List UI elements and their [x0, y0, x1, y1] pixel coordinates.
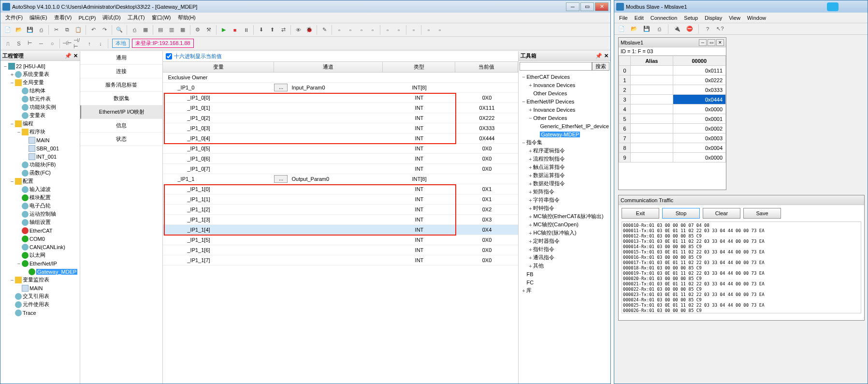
- tree-node[interactable]: 运动控制轴: [1, 210, 79, 218]
- ct-exit-button[interactable]: Exit: [622, 208, 659, 219]
- config-tab[interactable]: 通用: [80, 51, 163, 65]
- search-icon[interactable]: 🔍: [114, 25, 125, 35]
- redo-icon[interactable]: ↷: [99, 25, 110, 35]
- toolbox-node[interactable]: FB: [520, 270, 609, 278]
- undo-icon[interactable]: ↶: [88, 25, 99, 35]
- config-tab[interactable]: 信息: [80, 119, 163, 133]
- saveall-icon[interactable]: ⎙: [36, 25, 46, 35]
- cascade-icon[interactable]: ▤: [155, 25, 166, 35]
- mb-new-icon[interactable]: 📄: [616, 24, 627, 34]
- tree-node[interactable]: Gateway_MDEP: [1, 267, 79, 276]
- toolbox-node[interactable]: +时钟指令: [520, 204, 609, 212]
- preview-icon[interactable]: ▦: [140, 25, 151, 35]
- toolbox-node[interactable]: −Other Devices: [520, 114, 609, 122]
- register-row[interactable]: 20x0333: [619, 85, 726, 95]
- compare-icon[interactable]: ⇄: [278, 25, 289, 35]
- tree-node[interactable]: SBR_001: [1, 144, 79, 152]
- pause-icon[interactable]: ⏸: [241, 25, 251, 35]
- monitor-icon[interactable]: 👁: [293, 25, 304, 35]
- table-row[interactable]: _IP1_1[4]INT0X4: [163, 225, 518, 235]
- t7-icon[interactable]: ▫: [408, 25, 419, 35]
- toolbox-node[interactable]: +MC轴控(CanOpen): [520, 221, 609, 229]
- run-icon[interactable]: ▶: [218, 25, 229, 35]
- config-tab[interactable]: 连接: [80, 65, 163, 78]
- t8-icon[interactable]: ▫: [423, 25, 434, 35]
- toolbox-node[interactable]: FC: [520, 278, 609, 286]
- tree-node[interactable]: 变量表: [1, 111, 79, 119]
- table-row[interactable]: _IP1_0[0]INT0X0: [163, 93, 518, 103]
- t1-icon[interactable]: ▫: [334, 25, 345, 35]
- toolbox-node[interactable]: Generic_EtherNet_IP_device: [520, 122, 609, 130]
- table-row[interactable]: _IP1_0[3]INT0X333: [163, 123, 518, 133]
- toolbox-tree[interactable]: −EtherCAT Devices+Inovance DevicesOther …: [519, 72, 610, 384]
- open-icon[interactable]: 📂: [14, 25, 24, 35]
- table-row[interactable]: _IP1_0[2]INT0X222: [163, 113, 518, 123]
- branch-icon[interactable]: ⊢: [25, 38, 35, 49]
- config-tab[interactable]: 状态: [80, 133, 163, 146]
- upload-icon[interactable]: ⬆: [267, 25, 277, 35]
- minimize-button[interactable]: ─: [566, 2, 579, 11]
- mb-save-icon[interactable]: 💾: [641, 24, 652, 34]
- register-row[interactable]: 30x0444: [619, 95, 726, 104]
- edit-icon[interactable]: ✎: [319, 25, 330, 35]
- tree-node[interactable]: −变量监控表: [1, 276, 79, 284]
- table-row[interactable]: _IP1_1[5]INT0X0: [163, 235, 518, 245]
- toolbox-node[interactable]: +通讯指令: [520, 253, 609, 262]
- menu-item[interactable]: View: [726, 14, 743, 22]
- table-row[interactable]: _IP1_0[7]INT0X0: [163, 164, 518, 174]
- toolbox-node[interactable]: +库: [520, 286, 609, 295]
- table-row[interactable]: _IP1_1[6]INT0X0: [163, 245, 518, 255]
- toolbox-node[interactable]: +矩阵指令: [520, 188, 609, 196]
- table-row[interactable]: _IP1_1[2]INT0X2: [163, 205, 518, 215]
- toolbox-search-input[interactable]: [520, 62, 592, 71]
- menu-item[interactable]: Edit: [632, 14, 647, 22]
- menu-item[interactable]: File: [616, 14, 631, 22]
- cut-icon[interactable]: ✂: [51, 25, 61, 35]
- rising-icon[interactable]: ↑: [84, 38, 95, 49]
- register-row[interactable]: 10x0222: [619, 75, 726, 85]
- register-row[interactable]: 80x0004: [619, 143, 726, 153]
- toolbox-node[interactable]: +MC轴控(EtherCAT&脉冲输出): [520, 212, 609, 221]
- tree-node[interactable]: COM0: [1, 235, 79, 243]
- menu-item[interactable]: PLC(P): [75, 14, 99, 22]
- register-row[interactable]: 00x0111: [619, 66, 726, 75]
- hex-checkbox[interactable]: [166, 53, 172, 59]
- mb-doc-max[interactable]: ▭: [708, 39, 715, 46]
- menu-item[interactable]: 查看(V): [51, 13, 75, 22]
- table-row[interactable]: _IP1_1[1]INT0X1: [163, 194, 518, 205]
- menu-item[interactable]: 调试(D): [100, 13, 123, 22]
- t4-icon[interactable]: ▫: [367, 25, 378, 35]
- tree-node[interactable]: −22 [H5U-A8]: [1, 62, 79, 70]
- tree-node[interactable]: 电子凸轮: [1, 202, 79, 210]
- toolbox-node[interactable]: Other Devices: [520, 89, 609, 97]
- tree-node[interactable]: 软元件表: [1, 95, 79, 103]
- table-row[interactable]: _IP1_0[1]INT0X111: [163, 103, 518, 113]
- table-row[interactable]: _IP1_1[3]INT0X3: [163, 215, 518, 225]
- menu-item[interactable]: 文件(F): [2, 13, 26, 22]
- toolbox-node[interactable]: +其他: [520, 262, 609, 270]
- toolbox-node[interactable]: +流程控制指令: [520, 155, 609, 163]
- cloud-icon[interactable]: [827, 2, 839, 11]
- tree-node[interactable]: 以太网: [1, 251, 79, 259]
- register-row[interactable]: 70x0003: [619, 133, 726, 143]
- mb-doc-close[interactable]: ✕: [716, 39, 724, 46]
- mb-help-icon[interactable]: ?: [702, 24, 713, 34]
- close-panel-icon[interactable]: ✕: [73, 53, 78, 59]
- tree-node[interactable]: 轴组设置: [1, 218, 79, 226]
- table-row[interactable]: Exclusive Owner: [163, 73, 518, 83]
- tree-node[interactable]: −编程: [1, 119, 79, 128]
- io-table[interactable]: Exclusive Owner_IP1_0...Input_Param0INT[…: [163, 73, 518, 384]
- toolbox-node[interactable]: +定时器指令: [520, 237, 609, 245]
- line-icon[interactable]: ─: [36, 38, 46, 49]
- new-icon[interactable]: 📄: [2, 25, 13, 35]
- tree-node[interactable]: −配置: [1, 177, 79, 185]
- mb-connect-icon[interactable]: 🔌: [672, 24, 682, 34]
- tree-node[interactable]: 功能块实例: [1, 103, 79, 111]
- toolbox-node[interactable]: +Inovance Devices: [520, 105, 609, 114]
- config-tab[interactable]: 服务消息标签: [80, 78, 163, 92]
- t9-icon[interactable]: ▫: [434, 25, 445, 35]
- print-icon[interactable]: ⎙: [129, 25, 140, 35]
- menu-item[interactable]: 帮助(H): [175, 13, 199, 22]
- toolbox-node[interactable]: +HC轴控(脉冲输入): [520, 229, 609, 237]
- paste-icon[interactable]: 📋: [73, 25, 84, 35]
